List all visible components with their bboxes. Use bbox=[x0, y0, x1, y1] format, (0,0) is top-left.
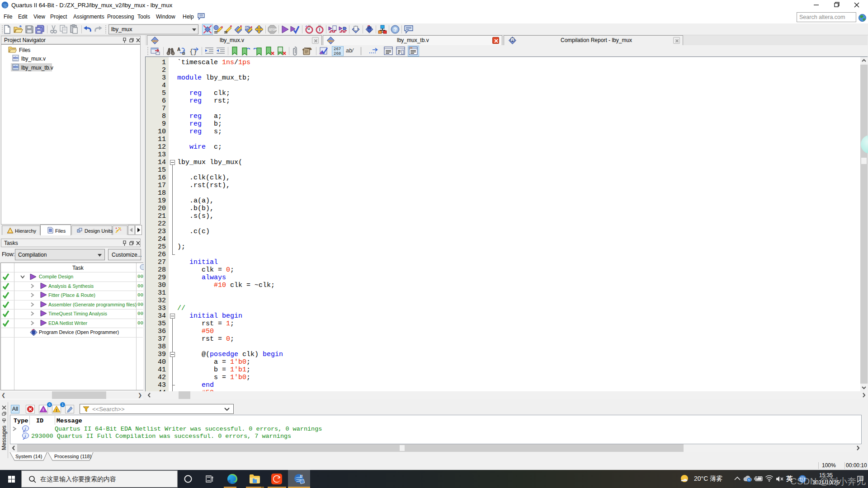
svg-text:System (14): System (14) bbox=[15, 454, 42, 459]
svg-text:Processing (118): Processing (118) bbox=[54, 454, 91, 459]
svg-text:abc: abc bbox=[152, 39, 158, 43]
svg-text:abc: abc bbox=[13, 56, 19, 59]
svg-text:!: ! bbox=[42, 408, 44, 412]
svg-text:abc: abc bbox=[13, 65, 19, 68]
svg-text:abc: abc bbox=[328, 39, 334, 43]
svg-text:D: D bbox=[246, 26, 249, 29]
svg-text:A: A bbox=[177, 47, 180, 52]
svg-text:II: II bbox=[299, 474, 303, 479]
svg-text:STOP: STOP bbox=[269, 28, 277, 31]
svg-text:B: B bbox=[182, 51, 185, 56]
svg-text:?: ? bbox=[394, 27, 397, 33]
svg-text:!: ! bbox=[56, 408, 57, 413]
